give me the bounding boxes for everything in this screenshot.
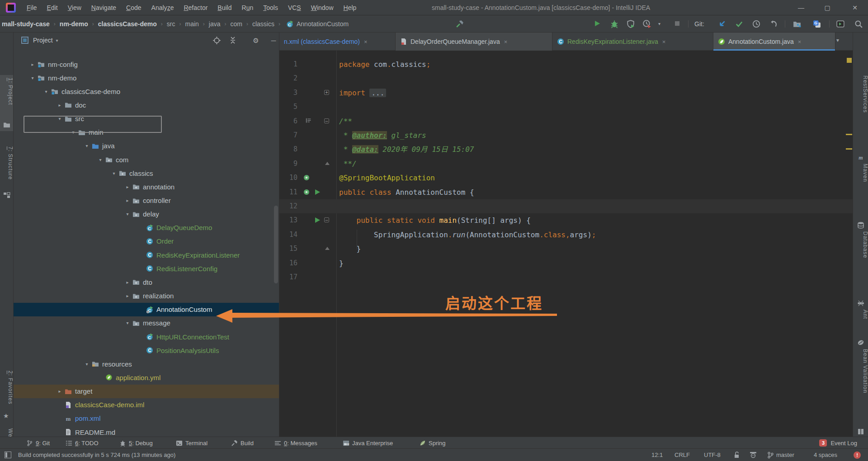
tree-item-order[interactable]: COrder (14, 235, 279, 248)
tool-window-button-bean-validation[interactable]: Bean Validation (853, 349, 868, 393)
ant-icon[interactable] (857, 300, 864, 307)
breadcrumb-item[interactable]: nm-demo (59, 20, 89, 28)
tree-item-dto[interactable]: ▸dto (14, 275, 279, 289)
encoding-indicator[interactable]: UTF-8 (704, 449, 721, 461)
tool-window-button-9-git[interactable]: 9: Git (26, 437, 50, 449)
tree-collapsed-icon[interactable]: ▸ (124, 198, 131, 203)
close-icon[interactable]: × (798, 38, 802, 45)
tree-item-com[interactable]: ▾com (14, 153, 279, 166)
spring-bean-gutter-icon[interactable] (303, 188, 310, 195)
maven-big-icon[interactable]: m (857, 154, 864, 161)
tree-item-resources[interactable]: ▾resources (14, 357, 279, 371)
tree-item-classics[interactable]: ▾classics (14, 166, 279, 180)
menu-view[interactable]: View (63, 0, 86, 15)
chevron-down-icon[interactable]: ▾ (658, 21, 666, 29)
tree-item-controller[interactable]: ▸controller (14, 194, 279, 207)
fold-end-icon[interactable] (325, 247, 330, 250)
project-folder-icon[interactable] (3, 121, 10, 128)
tree-item-positionanalysisutils[interactable]: CPositionAnalysisUtils (14, 343, 279, 357)
translate-button[interactable]: G (813, 20, 821, 28)
tree-expanded-icon[interactable]: ▾ (110, 171, 118, 176)
spring-bean-gutter-icon[interactable] (303, 174, 310, 181)
inspection-status-square[interactable] (847, 58, 852, 63)
notification-badge[interactable]: ! (854, 452, 861, 459)
close-icon[interactable]: × (364, 38, 368, 45)
tree-item-classicscase-demo-iml[interactable]: classicsCase-demo.iml (14, 398, 279, 412)
tree-item-realization[interactable]: ▸realization (14, 289, 279, 303)
breadcrumb-item[interactable]: mall-study-case (1, 20, 51, 28)
profiler-button[interactable] (643, 20, 651, 28)
warning-stripe-mark[interactable] (846, 148, 852, 150)
lock-icon[interactable] (733, 452, 741, 459)
menu-window[interactable]: Window (306, 0, 339, 15)
git-update-button[interactable] (718, 20, 726, 28)
menu-code[interactable]: Code (121, 0, 146, 15)
git-branch-name[interactable]: master (776, 449, 794, 461)
tree-item-classicscase-demo[interactable]: ▾classicsCase-demo (14, 85, 279, 98)
tree-item-rediskeyexpirationlistener[interactable]: CRedisKeyExpirationListener (14, 248, 279, 262)
close-icon[interactable]: × (662, 38, 666, 45)
tree-expanded-icon[interactable]: ▾ (124, 320, 131, 325)
collapse-all-button[interactable] (229, 37, 237, 45)
menu-build[interactable]: Build (212, 0, 236, 15)
tree-item-nm-config[interactable]: ▸nm-config (14, 57, 279, 71)
tool-window-button-7-structure[interactable]: 7: Structure (0, 146, 14, 180)
tool-window-button-1-project[interactable]: 1: Project (0, 78, 14, 105)
tool-window-button-database[interactable]: Database (853, 231, 868, 258)
debug-button[interactable] (610, 20, 618, 28)
menu-run[interactable]: Run (237, 0, 259, 15)
close-button[interactable]: ✕ (842, 0, 868, 15)
editor-tab-delayorderqueuemanager-java[interactable]: DelayOrderQueueManager.java× (396, 33, 552, 51)
run-button[interactable] (594, 20, 602, 28)
caret-position[interactable]: 12:1 (651, 449, 663, 461)
tool-window-button-5-debug[interactable]: 5: Debug (119, 437, 153, 449)
git-rollback-button[interactable] (769, 20, 778, 28)
editor-tab-n-xml-classicscase-demo-[interactable]: n.xml (classicsCase-demo)× (279, 33, 396, 51)
tool-window-button-maven[interactable]: Maven (853, 164, 868, 182)
tree-item-java[interactable]: ▾java (14, 139, 279, 153)
tree-collapsed-icon[interactable]: ▸ (124, 280, 131, 285)
book-icon[interactable] (857, 428, 864, 435)
doclist-icon[interactable] (306, 118, 312, 124)
menu-tools[interactable]: Tools (258, 0, 283, 15)
run-gutter-icon[interactable] (314, 216, 321, 223)
breadcrumb-item[interactable]: src (166, 20, 176, 28)
maximize-button[interactable]: ▢ (814, 0, 840, 15)
star-icon[interactable]: ★ (3, 412, 10, 419)
tool-window-button-spring[interactable]: Spring (419, 437, 446, 449)
event-log-button[interactable]: 3 Event Log (819, 437, 857, 449)
hidden-tabs-chevron-icon[interactable]: ▾ (836, 37, 839, 43)
tree-item-annotationcustom[interactable]: CAnnotationCustom (14, 303, 279, 316)
git-commit-button[interactable] (735, 20, 743, 28)
tool-window-button-2-favorites[interactable]: 2: Favorites (0, 371, 14, 405)
code-editor[interactable]: 1package com.classics;23+import ...56–/*… (279, 51, 853, 437)
tree-collapsed-icon[interactable]: ▸ (124, 293, 131, 298)
stop-button[interactable] (674, 20, 682, 28)
tree-item-annotation[interactable]: ▸annotation (14, 180, 279, 193)
fold-end-icon[interactable] (325, 162, 330, 165)
tool-window-button-0-messages[interactable]: 0: Messages (274, 437, 317, 449)
structure-icon[interactable] (3, 192, 10, 199)
tree-item-httpurlconnectiontest[interactable]: CHttpURLConnectionTest (14, 330, 279, 343)
menu-file[interactable]: File (22, 0, 42, 15)
tree-collapsed-icon[interactable]: ▸ (29, 62, 36, 67)
warning-stripe-mark[interactable] (846, 134, 852, 135)
menu-help[interactable]: Help (339, 0, 362, 15)
run-gutter-icon[interactable] (314, 188, 321, 195)
tree-expanded-icon[interactable]: ▾ (83, 143, 90, 148)
tree-item-redislistenerconfig[interactable]: CRedisListenerConfig (14, 262, 279, 275)
tool-window-button-java-enterprise[interactable]: EEJava Enterprise (343, 437, 393, 449)
tree-expanded-icon[interactable]: ▾ (70, 130, 77, 135)
tree-item-nm-demo[interactable]: ▾nm-demo (14, 71, 279, 85)
fold-collapse-icon[interactable]: – (324, 118, 329, 123)
tree-expanded-icon[interactable]: ▾ (124, 212, 131, 216)
tool-window-button-build[interactable]: Build (231, 437, 254, 449)
tree-expanded-icon[interactable]: ▾ (42, 89, 50, 94)
breadcrumb-item[interactable]: com (230, 20, 243, 28)
plugin-face-icon[interactable] (750, 452, 757, 459)
tree-collapsed-icon[interactable]: ▸ (56, 103, 63, 108)
tree-item-target[interactable]: ▸target (14, 385, 279, 398)
breadcrumb-item[interactable]: java (208, 20, 222, 28)
tree-item-readme-md[interactable]: README.md (14, 425, 279, 437)
menu-refactor[interactable]: Refactor (179, 0, 212, 15)
